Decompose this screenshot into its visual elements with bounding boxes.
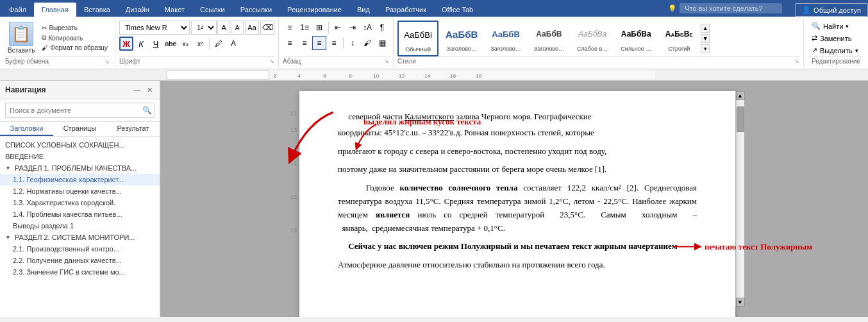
font-size-select[interactable]: 14 — [191, 21, 217, 35]
align-justify-button[interactable]: ≡ — [312, 36, 326, 50]
paste-button[interactable]: 📋 Вставить — [5, 21, 37, 55]
style-normal[interactable]: АаБбВі Обычный — [397, 21, 438, 56]
increase-indent-button[interactable]: ⇥ — [346, 21, 360, 35]
multilevel-button[interactable]: ⊞ — [312, 21, 326, 35]
styles-more[interactable]: ▾ — [701, 44, 710, 53]
numbering-button[interactable]: 1≡ — [297, 21, 312, 35]
nav-item-9[interactable]: 2.1. Производственный контро... — [0, 243, 160, 255]
align-right-button[interactable]: ≡ — [327, 36, 341, 50]
font-size-decrease[interactable]: A — [231, 21, 244, 35]
text-highlight-button[interactable]: 🖊 — [212, 37, 226, 51]
nav-item-9-label: 2.1. Производственный контро... — [13, 245, 119, 253]
style-heading2-label: Заголово… — [490, 46, 521, 52]
font-name-select[interactable]: Times New R — [119, 21, 190, 35]
superscript-button[interactable]: x² — [193, 37, 207, 51]
scroll-thumb[interactable] — [737, 106, 744, 132]
nav-item-11[interactable]: 2.3. Значение ГИС в системе мо... — [0, 266, 160, 278]
bold-button[interactable]: Ж — [119, 37, 133, 51]
styles-scroll-down[interactable]: ▼ — [701, 34, 710, 43]
nav-item-4[interactable]: 1.2. Нормативы оценки качеств... — [0, 185, 160, 197]
style-subtle[interactable]: АаБбВа Слабое в… — [571, 21, 613, 56]
scroll-down-button[interactable]: ▼ — [736, 298, 745, 307]
nav-item-5[interactable]: 1.3. Характеристика городской. — [0, 197, 160, 208]
nav-item-0[interactable]: СПИСОК УСЛОВНЫХ СОКРАЩЕН... — [0, 139, 160, 151]
show-marks-button[interactable]: ¶ — [375, 21, 389, 35]
subscript-button[interactable]: x₂ — [178, 37, 192, 51]
bold-arrow-svg — [351, 124, 389, 150]
tab-links[interactable]: Ссылки — [192, 3, 233, 17]
decrease-indent-button[interactable]: ⇤ — [331, 21, 345, 35]
what-you-want-input[interactable] — [680, 3, 782, 13]
font-color-button[interactable]: A — [226, 37, 240, 51]
nav-search-input[interactable] — [5, 103, 154, 118]
doc-para-5: Годовое количество солнечного тепла сост… — [338, 182, 697, 235]
nav-item-8[interactable]: ▼ РАЗДЕЛ 2. СИСТЕМА МОНИТОРИ... — [0, 232, 160, 243]
align-center-button[interactable]: ≡ — [297, 36, 312, 50]
nav-controls: — ✕ — [132, 85, 154, 95]
font-row1: Times New R 14 A A Aa ⌫ — [119, 21, 274, 35]
tab-home[interactable]: Главная — [34, 3, 76, 17]
format-painter-button[interactable]: 🖌 Формат по образцу — [40, 44, 110, 52]
shading-button[interactable]: 🖌 — [360, 36, 374, 50]
scroll-track[interactable] — [736, 100, 745, 298]
cut-button[interactable]: ✂ Вырезать — [40, 24, 110, 32]
change-case-button[interactable]: Aa — [245, 21, 259, 35]
select-button[interactable]: ↗ Выделить ▾ — [809, 45, 863, 56]
style-strict[interactable]: АаБбВе Строгий — [658, 21, 699, 56]
ruler: ·2· ·4· ·6· ·8· ·10· ·12· ·14· ·16· ·18· — [0, 69, 868, 81]
styles-scroll-up[interactable]: ▲ — [701, 24, 710, 33]
italic-button[interactable]: К — [134, 37, 148, 51]
tab-design[interactable]: Дизайн — [118, 3, 157, 17]
style-strong-preview: АаБбВа — [621, 22, 651, 46]
nav-item-3[interactable]: 1.1. Геофизическая характерист... — [0, 174, 160, 185]
nav-item-7[interactable]: Выводы раздела 1 — [0, 220, 160, 232]
cut-icon: ✂ — [42, 24, 47, 31]
line-spacing-button[interactable]: ↕ — [346, 36, 360, 50]
nav-tab-results[interactable]: Результат — [106, 122, 160, 136]
nav-item-6[interactable]: 1.4. Проблемы качества питьев... — [0, 208, 160, 220]
svg-text:·14·: ·14· — [423, 73, 431, 79]
style-strong[interactable]: АаБбВа Сильное … — [615, 21, 657, 56]
align-left-button[interactable]: ≡ — [283, 36, 297, 50]
nav-minimize-button[interactable]: — — [132, 85, 142, 95]
nav-item-10[interactable]: 2.2. Получение данных качеств... — [0, 255, 160, 266]
style-heading1[interactable]: АаБбВ Заголово… — [440, 21, 483, 56]
nav-tab-pages[interactable]: Страницы — [53, 122, 106, 136]
tab-developer[interactable]: Разработчик — [378, 3, 434, 17]
style-heading2[interactable]: АаБбВ Заголово… — [485, 21, 526, 56]
find-button[interactable]: 🔍 Найти ▾ — [809, 21, 863, 31]
nav-item-7-label: Выводы раздела 1 — [13, 222, 74, 230]
tab-review[interactable]: Рецензирование — [280, 3, 349, 17]
border-button[interactable]: ▦ — [375, 36, 389, 50]
font-size-increase[interactable]: A — [217, 21, 230, 35]
underline-button[interactable]: Ч — [149, 37, 163, 51]
font-expand-icon[interactable]: ↘ — [269, 58, 274, 65]
tab-insert[interactable]: Вставка — [76, 3, 118, 17]
share-button[interactable]: 👤 Общий доступ — [795, 3, 868, 17]
style-subtle-label: Слабое в… — [577, 46, 608, 52]
scroll-up-button[interactable]: ▲ — [736, 91, 745, 100]
clear-formatting-button[interactable]: ⌫ — [260, 21, 274, 35]
tab-view[interactable]: Вид — [349, 3, 378, 17]
print-bold-text: печатаю текст Полужирным — [705, 240, 812, 253]
tab-officetab[interactable]: Office Tab — [434, 3, 481, 17]
bullets-button[interactable]: ≡ — [283, 21, 297, 35]
tab-layout[interactable]: Макет — [157, 3, 192, 17]
copy-button[interactable]: ⧉ Копировать — [40, 33, 110, 42]
style-heading3[interactable]: АаБбВ Заголово… — [528, 21, 570, 56]
svg-text:·16·: ·16· — [449, 73, 457, 79]
nav-tab-headings[interactable]: Заголовки — [0, 122, 53, 136]
replace-button[interactable]: ⇄ Заменить — [809, 33, 863, 44]
styles-expand-icon[interactable]: ↘ — [794, 58, 799, 65]
strikethrough-button[interactable]: abc — [163, 37, 178, 51]
clipboard-expand-icon[interactable]: ↘ — [104, 58, 110, 65]
nav-item-1[interactable]: ВВЕДЕНИЕ — [0, 151, 160, 162]
nav-close-button[interactable]: ✕ — [144, 85, 154, 95]
paragraph-expand-icon[interactable]: ↘ — [384, 58, 389, 65]
nav-item-2[interactable]: ▼ РАЗДЕЛ 1. ПРОБЛЕМЫ КАЧЕСТВА... — [0, 162, 160, 174]
tab-file[interactable]: Файл — [1, 3, 34, 17]
sort-button[interactable]: ↕A — [360, 21, 374, 35]
tab-mailings[interactable]: Рассылки — [233, 3, 280, 17]
nav-header: Навигация — ✕ — [0, 81, 160, 99]
document-area[interactable]: 12 13 14 15 16 северной части Каламитско… — [160, 81, 868, 317]
